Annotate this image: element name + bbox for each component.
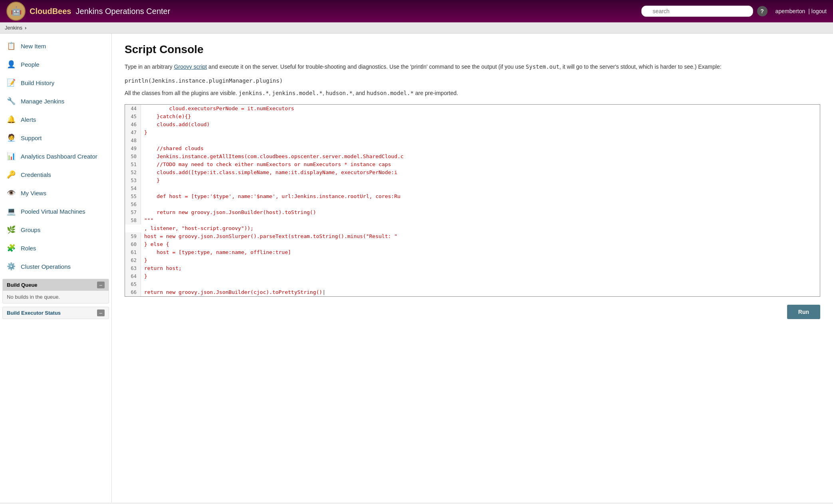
sidebar-item-people[interactable]: 👤People <box>0 55 111 73</box>
build-queue-title: Build Queue <box>7 282 38 288</box>
line-number-58: 58 <box>125 216 141 224</box>
line-content-59: host = new groovy.json.JsonSlurper().par… <box>141 232 820 240</box>
sidebar-item-roles[interactable]: 🧩Roles <box>0 239 111 257</box>
logout-link[interactable]: | logout <box>808 8 827 14</box>
line-content-52: clouds.add([type:it.class.simpleName, na… <box>141 169 820 177</box>
breadcrumb: Jenkins › <box>0 22 833 34</box>
line-number-50: 50 <box>125 153 141 161</box>
line-number-51: 51 <box>125 161 141 169</box>
code-line-46: 46 clouds.add(cloud) <box>125 121 820 129</box>
line-content-61: host = [type:type, name:name, offline:tr… <box>141 248 820 256</box>
search-input[interactable] <box>641 6 753 17</box>
line-content-49: //shared clouds <box>141 145 820 153</box>
code-line-66: 66return new groovy.json.JsonBuilder(cjo… <box>125 288 820 296</box>
code-line-55: 55 def host = [type:'$type', name:'$name… <box>125 192 820 200</box>
header: 🤖 CloudBees Jenkins Operations Center 🔍 … <box>0 0 833 22</box>
line-content-57: return new groovy.json.JsonBuilder(host)… <box>141 208 820 216</box>
line-number-66: 66 <box>125 288 141 296</box>
support-label: Support <box>21 135 42 141</box>
code-line-59: 59host = new groovy.json.JsonSlurper().p… <box>125 232 820 240</box>
code-example: println(Jenkins.instance.pluginManager.p… <box>125 77 820 84</box>
line-number-52: 52 <box>125 169 141 177</box>
line-content-51: //TODO may need to check either numExect… <box>141 161 820 169</box>
roles-label: Roles <box>21 245 36 252</box>
line-content-58: """ <box>141 216 820 224</box>
code-line-51: 51 //TODO may need to check either numEx… <box>125 161 820 169</box>
sidebar-item-support[interactable]: 🧑‍💼Support <box>0 129 111 147</box>
line-number-53: 53 <box>125 177 141 185</box>
app-title: Jenkins Operations Center <box>76 7 171 16</box>
desc-part1: Type in an arbitrary <box>125 63 174 70</box>
system-out-code: System.out <box>526 63 559 70</box>
groups-label: Groups <box>21 226 40 233</box>
code-line-50: 50 Jenkins.instance.getAllItems(com.clou… <box>125 153 820 161</box>
line-number-48: 48 <box>125 137 141 145</box>
desc-part3: , it will go to the server's stdout, whi… <box>559 63 722 70</box>
build-queue: Build Queue – No builds in the queue. <box>2 279 109 304</box>
pooled-vms-label: Pooled Virtual Machines <box>21 208 85 215</box>
sidebar-item-my-views[interactable]: 👁️My Views <box>0 184 111 202</box>
cluster-ops-icon: ⚙️ <box>6 261 17 272</box>
sidebar-item-pooled-vms[interactable]: 💻Pooled Virtual Machines <box>0 202 111 220</box>
sidebar-item-build-history[interactable]: 📝Build History <box>0 73 111 92</box>
sidebar-item-analytics[interactable]: 📊Analytics Dashboard Creator <box>0 147 111 165</box>
brand-name: CloudBees <box>30 7 71 16</box>
line-content-47: } <box>141 129 820 137</box>
line-number-55: 55 <box>125 192 141 200</box>
analytics-label: Analytics Dashboard Creator <box>21 153 97 160</box>
analytics-icon: 📊 <box>6 151 17 162</box>
credentials-label: Credentials <box>21 171 51 178</box>
sidebar-item-cluster-ops[interactable]: ⚙️Cluster Operations <box>0 257 111 276</box>
line-number-44: 44 <box>125 105 141 113</box>
line-number-54: 54 <box>125 185 141 192</box>
code-line-58: 58""" <box>125 216 820 224</box>
username: apemberton <box>775 8 805 14</box>
alerts-label: Alerts <box>21 116 36 123</box>
build-history-icon: 📝 <box>6 77 17 88</box>
pooled-vms-icon: 💻 <box>6 206 17 217</box>
build-executor-minimize[interactable]: – <box>97 310 105 316</box>
line-number-59: 59 <box>125 232 141 240</box>
my-views-label: My Views <box>21 190 46 196</box>
build-executor-link[interactable]: Build Executor Status <box>7 310 61 316</box>
line-number-49: 49 <box>125 145 141 153</box>
code-editor[interactable]: 44 cloud.executorsPerNode = it.numExecut… <box>125 104 820 297</box>
build-history-label: Build History <box>21 79 54 86</box>
groups-icon: 🌿 <box>6 224 17 235</box>
sidebar-items-container: 📋New Item👤People📝Build History🔧Manage Je… <box>0 37 111 276</box>
sidebar-item-new-item[interactable]: 📋New Item <box>0 37 111 55</box>
cluster-ops-label: Cluster Operations <box>21 263 71 270</box>
build-queue-header: Build Queue – <box>3 279 109 291</box>
code-line-56: 56 <box>125 200 820 208</box>
help-button[interactable]: ? <box>757 6 768 16</box>
build-executor: Build Executor Status – <box>2 307 109 319</box>
build-queue-content: No builds in the queue. <box>3 291 109 303</box>
description-text: Type in an arbitrary Groovy script and e… <box>125 62 820 71</box>
sidebar-item-manage-jenkins[interactable]: 🔧Manage Jenkins <box>0 92 111 110</box>
line-content-55: def host = [type:'$type', name:'$name', … <box>141 192 820 200</box>
line-number-57: 57 <box>125 208 141 216</box>
line-content-46: clouds.add(cloud) <box>141 121 820 129</box>
code-line-48: 48 <box>125 137 820 145</box>
code-line-52: 52 clouds.add([type:it.class.simpleName,… <box>125 169 820 177</box>
line-content-50: Jenkins.instance.getAllItems(com.cloudbe… <box>141 153 820 161</box>
sidebar-item-credentials[interactable]: 🔑Credentials <box>0 165 111 184</box>
support-icon: 🧑‍💼 <box>6 132 17 143</box>
run-button[interactable]: Run <box>787 305 820 319</box>
line-number-65: 65 <box>125 280 141 288</box>
build-queue-minimize[interactable]: – <box>97 282 105 288</box>
groovy-link[interactable]: Groovy script <box>174 63 207 70</box>
search-wrapper: 🔍 <box>641 6 753 17</box>
new-item-icon: 📋 <box>6 40 17 52</box>
sidebar-item-alerts[interactable]: 🔔Alerts <box>0 110 111 129</box>
manage-jenkins-label: Manage Jenkins <box>21 98 64 105</box>
code-line-60: 60} else { <box>125 240 820 248</box>
code-line-65: 65 <box>125 280 820 288</box>
sidebar-item-groups[interactable]: 🌿Groups <box>0 220 111 239</box>
line-number-64: 64 <box>125 272 141 280</box>
line-content-53: } <box>141 177 820 185</box>
code-line-57: 57 return new groovy.json.JsonBuilder(ho… <box>125 208 820 216</box>
line-number-60: 60 <box>125 240 141 248</box>
manage-jenkins-icon: 🔧 <box>6 95 17 107</box>
breadcrumb-jenkins[interactable]: Jenkins <box>5 25 22 31</box>
